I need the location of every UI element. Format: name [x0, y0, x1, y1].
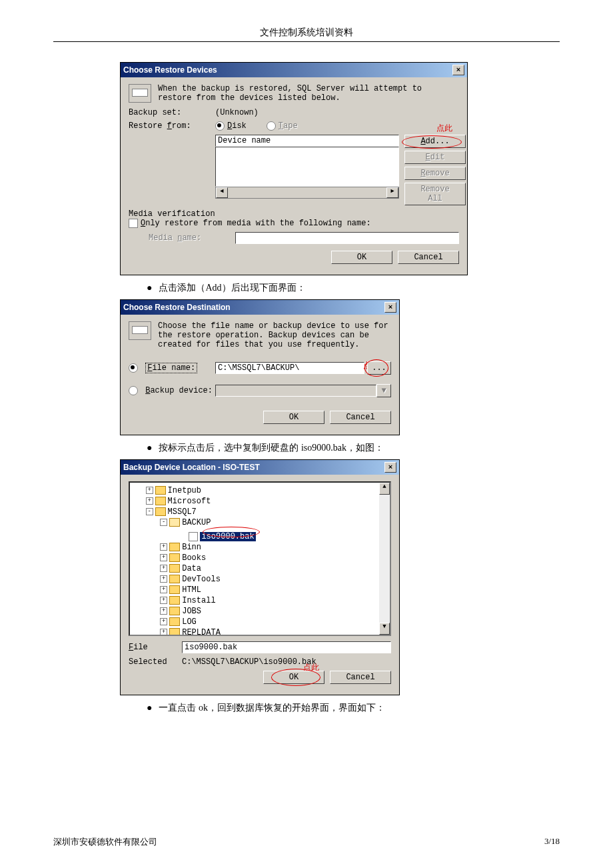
- drive-icon: [129, 84, 151, 103]
- close-icon[interactable]: ×: [452, 65, 464, 75]
- tree-item[interactable]: +HTML: [131, 585, 388, 595]
- dialog-info: When the backup is restored, SQL Server …: [158, 84, 459, 103]
- scroll-track[interactable]: [379, 495, 390, 623]
- callout-ring: [364, 359, 388, 377]
- folder-tree[interactable]: +Inetpub +Microsoft -MSSQL7 -BACKUP iso9…: [129, 481, 391, 636]
- tree-item[interactable]: +REPLDATA: [131, 627, 388, 636]
- remove-button[interactable]: Remove: [404, 167, 466, 180]
- cancel-button[interactable]: Cancel: [330, 671, 391, 684]
- tree-item[interactable]: -MSSQL7: [131, 507, 388, 517]
- scroll-down-icon[interactable]: ▼: [379, 623, 390, 635]
- radio-tape[interactable]: [267, 121, 276, 131]
- titlebar[interactable]: Choose Restore Destination ×: [121, 300, 399, 315]
- callout-add: 点此: [436, 123, 452, 134]
- drive-icon: [129, 321, 151, 340]
- tree-item[interactable]: +LOG: [131, 617, 388, 627]
- tree-item[interactable]: +Books: [131, 553, 388, 563]
- dialog-title: Choose Restore Destination: [123, 303, 231, 312]
- titlebar[interactable]: Backup Device Location - ISO-TEST ×: [121, 460, 399, 475]
- radio-file[interactable]: [129, 363, 138, 373]
- tree-item[interactable]: +Binn: [131, 542, 388, 553]
- close-icon[interactable]: ×: [384, 302, 396, 313]
- footer-left: 深圳市安硕德软件有限公司: [53, 837, 157, 847]
- dialog-info: Choose the file name or backup device to…: [158, 321, 391, 349]
- choose-restore-destination-dialog: Choose Restore Destination × Choose the …: [120, 299, 400, 435]
- h-scrollbar[interactable]: ◄ ►: [215, 187, 399, 199]
- only-restore-label: Only restore from media with the followi…: [141, 219, 371, 228]
- backup-device-combo[interactable]: [215, 385, 376, 397]
- dropdown-icon[interactable]: ▼: [376, 384, 391, 397]
- callout-ring: [271, 669, 320, 686]
- selected-label: Selected: [129, 657, 182, 667]
- tree-item[interactable]: +Data: [131, 563, 388, 574]
- tree-item[interactable]: -BACKUP: [131, 517, 388, 528]
- dialog-title: Choose Restore Devices: [123, 65, 217, 75]
- device-name-header: Device name: [215, 135, 399, 147]
- callout-ring: [402, 135, 462, 149]
- tree-item[interactable]: +Install: [131, 595, 388, 606]
- tree-item[interactable]: +Inetpub: [131, 485, 388, 496]
- choose-restore-devices-dialog: Choose Restore Devices × When the backup…: [120, 62, 468, 275]
- file-input[interactable]: iso9000.bak: [182, 641, 391, 653]
- scroll-right-icon[interactable]: ►: [386, 187, 398, 198]
- tree-item[interactable]: +DevTools: [131, 574, 388, 585]
- radio-disk[interactable]: [215, 121, 225, 131]
- scroll-up-icon[interactable]: ▲: [379, 483, 390, 495]
- remove-all-button[interactable]: Remove All: [404, 183, 466, 205]
- dialog-title: Backup Device Location - ISO-TEST: [123, 463, 260, 472]
- footer-right: 3/18: [544, 836, 560, 847]
- close-icon[interactable]: ×: [384, 462, 396, 473]
- media-name-label: Media name:: [129, 233, 235, 243]
- media-name-input[interactable]: [235, 232, 459, 244]
- backup-set-label: Backup set:: [129, 108, 215, 117]
- bullet-1: 点击添加（Add）后出现下面界面：: [147, 282, 560, 294]
- bullet-2: 按标示点击后，选中复制到硬盘的 iso9000.bak，如图：: [147, 442, 560, 454]
- tree-item[interactable]: iso9000.bak: [131, 528, 388, 542]
- file-label: File: [129, 643, 182, 652]
- opt-disk[interactable]: Disk: [227, 121, 247, 131]
- backup-device-location-dialog: Backup Device Location - ISO-TEST × +Ine…: [120, 459, 400, 695]
- v-scrollbar[interactable]: ▲ ▼: [379, 483, 390, 635]
- backup-set-value: (Unknown): [215, 108, 259, 117]
- ok-button[interactable]: OK: [331, 251, 392, 264]
- file-name-input[interactable]: C:\MSSQL7\BACKUP\: [215, 362, 364, 374]
- ok-button[interactable]: OK: [263, 411, 324, 424]
- scroll-left-icon[interactable]: ◄: [216, 187, 228, 198]
- selected-value: C:\MSSQL7\BACKUP\iso9000.bak: [182, 657, 391, 667]
- device-list[interactable]: [215, 147, 399, 187]
- edit-button[interactable]: Edit: [404, 151, 466, 164]
- backup-device-label[interactable]: Backup device:: [145, 386, 213, 395]
- media-verification-label: Media verification: [129, 209, 459, 219]
- file-name-label[interactable]: File name:: [145, 363, 197, 373]
- titlebar[interactable]: Choose Restore Devices ×: [121, 63, 467, 77]
- cancel-button[interactable]: Cancel: [398, 251, 459, 264]
- cancel-button[interactable]: Cancel: [330, 411, 391, 424]
- bullet-3: 一直点击 ok，回到数据库恢复的开始界面，界面如下：: [147, 702, 560, 714]
- tree-item[interactable]: +JOBS: [131, 606, 388, 617]
- only-restore-checkbox[interactable]: [129, 219, 138, 228]
- page-header: 文件控制系统培训资料: [53, 27, 560, 42]
- restore-from-label: Restore from:: [129, 121, 215, 131]
- radio-backup-device[interactable]: [129, 386, 138, 395]
- tree-item[interactable]: +Microsoft: [131, 496, 388, 507]
- opt-tape: Tape: [279, 121, 298, 131]
